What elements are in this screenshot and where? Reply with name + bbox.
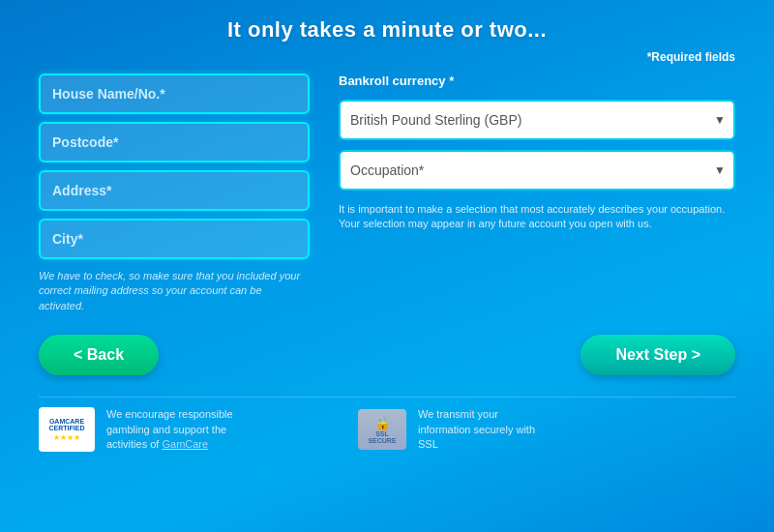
city-input[interactable] <box>39 219 310 259</box>
page-title: It only takes a minute or two... <box>39 17 735 43</box>
footer-right: 🔒 SSLSECURE We transmit your information… <box>358 407 553 452</box>
ssl-badge-inner: 🔒 SSLSECURE <box>358 409 406 450</box>
currency-select-wrapper: British Pound Sterling (GBP) Euro (EUR) … <box>339 100 735 140</box>
form-area: We have to check, so make sure that you … <box>39 74 735 313</box>
page-wrapper: It only takes a minute or two... *Requir… <box>0 0 774 532</box>
address-note: We have to check, so make sure that you … <box>39 269 310 313</box>
currency-select[interactable]: British Pound Sterling (GBP) Euro (EUR) … <box>339 100 735 140</box>
required-note: *Required fields <box>39 50 735 64</box>
footer-left: GAMCARECERTIFIED ★★★★ We encourage respo… <box>39 407 242 452</box>
address-input[interactable] <box>39 170 310 211</box>
lock-icon: 🔒 <box>374 415 391 430</box>
left-column: We have to check, so make sure that you … <box>39 74 310 313</box>
back-button[interactable]: < Back <box>39 335 159 375</box>
gamcare-stars: ★★★★ <box>53 433 80 442</box>
right-column: Bankroll currency * British Pound Sterli… <box>339 74 735 313</box>
gamcare-link[interactable]: GamCare <box>162 438 208 450</box>
ssl-badge: 🔒 SSLSECURE <box>358 409 406 450</box>
gamcare-footer-text: We encourage responsible gambling and su… <box>106 407 242 452</box>
house-name-input[interactable] <box>39 74 310 114</box>
occupation-note: It is important to make a selection that… <box>339 202 735 232</box>
gamcare-badge: GAMCARECERTIFIED ★★★★ <box>39 407 95 452</box>
gamcare-certified-text: GAMCARECERTIFIED <box>49 418 85 432</box>
currency-label: Bankroll currency * <box>339 74 735 88</box>
next-step-button[interactable]: Next Step > <box>580 335 735 375</box>
buttons-row: < Back Next Step > <box>39 335 735 375</box>
ssl-text: SSLSECURE <box>368 430 396 444</box>
footer: GAMCARECERTIFIED ★★★★ We encourage respo… <box>39 397 735 452</box>
postcode-input[interactable] <box>39 122 310 163</box>
occupation-select-wrapper: Occupation* Employed Self-Employed Stude… <box>339 150 735 191</box>
occupation-select[interactable]: Occupation* Employed Self-Employed Stude… <box>339 150 735 191</box>
ssl-footer-text: We transmit your information securely wi… <box>418 407 553 452</box>
